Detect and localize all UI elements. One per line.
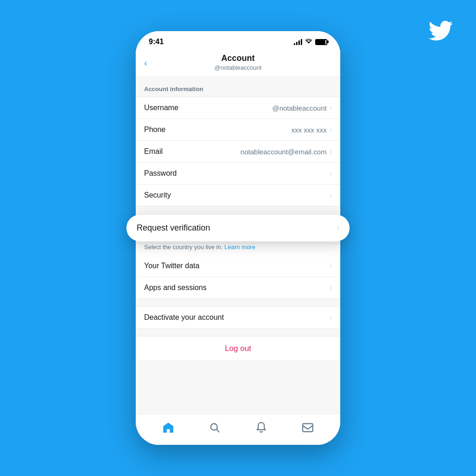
password-chevron-icon: › [330,169,332,178]
svg-point-0 [211,423,217,430]
tab-notifications[interactable] [248,420,275,436]
tab-messages[interactable] [294,420,321,436]
home-icon [162,422,174,434]
logout-button[interactable]: Log out [136,337,340,361]
email-chevron-icon: › [330,147,332,156]
phone-notch [208,31,268,44]
messages-icon [302,422,314,434]
security-right: › [330,191,332,199]
phone-item[interactable]: Phone xxx xxx xxx › [136,119,340,141]
apps-sessions-right: › [330,284,332,292]
verification-popup[interactable]: Request verification › [126,215,350,241]
tab-home[interactable] [155,420,182,436]
country-subtext: Select the country you live in. Learn mo… [136,244,340,255]
account-section-title: Account information [144,86,203,93]
apps-sessions-chevron-icon: › [330,284,332,292]
deactivate-list: Deactivate your account › [136,306,340,329]
page-subtitle: @notableaccount [159,64,317,71]
email-value: notableaccount@email.com [240,148,326,156]
security-label: Security [144,191,171,199]
twitter-data-right: › [330,262,332,270]
password-label: Password [144,169,177,178]
scroll-content: Account information Username @notableacc… [136,77,340,414]
notifications-icon [255,422,267,434]
deactivate-section: Deactivate your account › [136,306,340,329]
username-right: @notableaccount › [272,104,332,112]
email-item[interactable]: Email notableaccount@email.com › [136,141,340,163]
deactivate-label: Deactivate your account [144,313,224,322]
phone-right: xxx xxx xxx › [291,126,332,134]
phone-frame: 9:41 [136,31,340,445]
twitter-logo-icon [429,19,453,48]
deactivate-item[interactable]: Deactivate your account › [136,307,340,328]
status-time: 9:41 [149,38,164,46]
email-right: notableaccount@email.com › [240,147,332,156]
phone-label: Phone [144,126,165,134]
status-icons [294,38,327,46]
wifi-icon [305,38,312,46]
tab-search[interactable] [201,420,228,436]
tab-bar [136,414,340,445]
page-header: ‹ Account @notableaccount [136,49,340,77]
verification-label: Request verification [137,223,210,233]
username-chevron-icon: › [330,104,332,112]
logout-label: Log out [225,344,251,353]
twitter-data-label: Your Twitter data [144,262,199,270]
password-item[interactable]: Password › [136,163,340,185]
svg-rect-1 [303,423,313,431]
deactivate-chevron-icon: › [330,313,332,322]
signal-icon [294,39,302,45]
username-label: Username [144,104,178,112]
phone-value: xxx xxx xxx [291,126,327,134]
learn-more-link[interactable]: Learn more [225,244,255,251]
battery-icon [315,39,327,45]
username-value: @notableaccount [272,104,327,112]
logout-section: Log out [136,336,340,361]
security-item[interactable]: Security › [136,185,340,206]
twitter-data-chevron-icon: › [330,262,332,270]
apps-sessions-label: Apps and sessions [144,284,206,292]
deactivate-right: › [330,313,332,322]
verification-chevron-icon: › [337,223,339,233]
email-label: Email [144,147,163,156]
account-section-header: Account information [136,77,340,97]
username-item[interactable]: Username @notableaccount › [136,97,340,119]
phone-chevron-icon: › [330,126,332,134]
security-chevron-icon: › [330,191,332,199]
account-info-list: Username @notableaccount › Phone xxx xxx… [136,97,340,206]
password-right: › [330,169,332,178]
search-icon [209,422,221,434]
page-title: Account [159,53,317,63]
back-button[interactable]: ‹ [144,58,147,68]
twitter-data-item[interactable]: Your Twitter data › [136,255,340,277]
apps-sessions-item[interactable]: Apps and sessions › [136,277,340,298]
